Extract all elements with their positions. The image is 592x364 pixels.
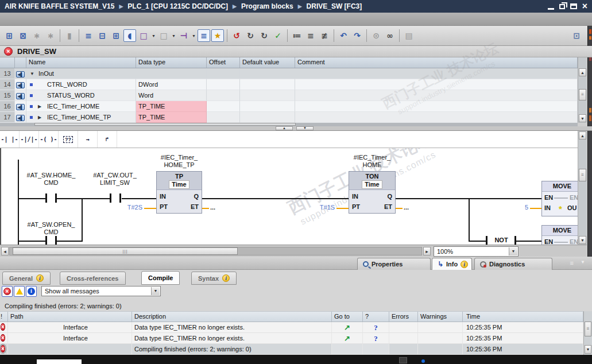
- row-data-type-error[interactable]: TP_TIME: [136, 101, 207, 112]
- scroll-left-icon[interactable]: ◂: [1, 247, 9, 255]
- pin-q[interactable]: Q: [194, 193, 199, 200]
- branch-dropdown-icon[interactable]: ▾: [191, 29, 196, 42]
- splitter-up-icon[interactable]: ▲: [276, 126, 293, 130]
- col-offset[interactable]: Offset: [207, 57, 240, 68]
- col-default-value[interactable]: Default value: [240, 57, 295, 68]
- splitter-down-icon[interactable]: ▼: [296, 126, 314, 130]
- close-branch-icon[interactable]: ↱: [98, 131, 117, 148]
- pin-in[interactable]: IN: [544, 204, 551, 211]
- pin-pt[interactable]: PT: [352, 203, 360, 210]
- monitoring-glasses-icon[interactable]: ∞: [384, 29, 396, 42]
- table-row[interactable]: 16 ▶ IEC_Timer_HOME TP_TIME: [0, 101, 578, 112]
- message-filter-select[interactable]: Show all messages: [41, 286, 161, 296]
- pt-operand-value[interactable]: T#2S: [116, 204, 142, 211]
- goto-next-error-icon[interactable]: ↻: [244, 29, 257, 42]
- timer-instance-label[interactable]: #IEC_Timer_HOME_TP: [142, 154, 216, 169]
- ladder-scrollbar[interactable]: ▲ ≡ ▼: [578, 131, 587, 245]
- row-data-type[interactable]: DWord: [136, 79, 207, 90]
- chevron-down-icon[interactable]: [509, 247, 517, 255]
- tab-properties[interactable]: Properties: [357, 258, 431, 270]
- table-row[interactable]: 17 ▶ IEC_Timer_HOME_TP TP_TIME: [0, 112, 578, 123]
- col-time[interactable]: Time: [463, 312, 583, 322]
- insert-box-icon[interactable]: □: [137, 29, 150, 42]
- contact-icon[interactable]: [45, 236, 47, 245]
- instructions-icon[interactable]: ★: [211, 29, 224, 42]
- data-block-icon[interactable]: ▤: [403, 29, 415, 42]
- goto-arrow-icon[interactable]: ↗: [344, 323, 350, 332]
- scrollbar-thumb[interactable]: |||: [13, 247, 238, 255]
- scrollbar-thumb[interactable]: ≡: [585, 322, 591, 336]
- expand-triangle-icon[interactable]: ▶: [38, 104, 41, 109]
- collapse-triangle-icon[interactable]: ▼: [30, 71, 34, 76]
- row-name[interactable]: CTRL_WORD: [47, 81, 87, 88]
- zoom-select[interactable]: 100%: [434, 246, 519, 257]
- message-description[interactable]: Data type IEC_TIMER no longer exists.: [132, 333, 332, 343]
- not-contact-label[interactable]: NOT: [487, 237, 515, 243]
- minimize-icon[interactable]: [548, 8, 554, 10]
- message-row[interactable]: Interface Data type IEC_TIMER no longer …: [0, 333, 583, 344]
- breadcrumb-block[interactable]: DRIVE_SW [FC3]: [307, 2, 362, 10]
- scroll-down-icon[interactable]: ▼: [585, 345, 591, 354]
- row-data-type[interactable]: [136, 68, 207, 79]
- breadcrumb-project[interactable]: AIR KNIFE BAFFLE SYSTEM_V15: [5, 2, 114, 10]
- tp-timer-block[interactable]: TP Time IN Q PT ET: [156, 171, 202, 214]
- col-goto[interactable]: Go to: [332, 312, 363, 322]
- expand-triangle-icon[interactable]: ▶: [38, 115, 41, 120]
- contact-icon[interactable]: [45, 193, 47, 203]
- empty-box-icon[interactable]: ??: [59, 131, 78, 148]
- contact-icon[interactable]: [110, 193, 111, 203]
- row-name[interactable]: STATUS_WORD: [47, 92, 95, 99]
- scrollbar-thumb[interactable]: [34, 123, 296, 126]
- contact-icon[interactable]: [55, 236, 57, 245]
- goto-arrow-icon[interactable]: ↗: [344, 334, 350, 343]
- message-path[interactable]: Interface: [8, 333, 132, 343]
- pin-out[interactable]: OU: [567, 204, 577, 211]
- close-icon[interactable]: [582, 1, 587, 12]
- pin-eno[interactable]: EN: [570, 238, 578, 245]
- missing-operand-icon[interactable]: *: [559, 204, 562, 214]
- absolute-operands-icon[interactable]: ≔: [291, 29, 303, 42]
- row-name[interactable]: IEC_Timer_HOME_TP: [47, 114, 111, 121]
- contact-icon[interactable]: [514, 236, 516, 245]
- interface-scrollbar[interactable]: ▲ ≡ ▼: [578, 57, 587, 123]
- favorites-toggle-icon[interactable]: ≡: [198, 29, 210, 42]
- subtab-compile[interactable]: Compile: [141, 271, 180, 285]
- collapse-pane-icon[interactable]: ▼: [581, 260, 585, 265]
- pt-operand-value[interactable]: T#1S: [308, 204, 335, 211]
- pin-in[interactable]: IN: [160, 193, 166, 200]
- symbol-information-icon[interactable]: ≡: [304, 29, 317, 42]
- maximize-icon[interactable]: [570, 3, 577, 9]
- col-warnings[interactable]: Warnings: [418, 312, 463, 322]
- add-row-before-icon[interactable]: ∗: [30, 29, 43, 42]
- pane-splitter[interactable]: ▲ ▼: [0, 126, 592, 131]
- filter-warnings-button[interactable]: [14, 286, 25, 297]
- contact-operand[interactable]: #AT_CW.OUT_LIMIT_SW: [78, 172, 152, 187]
- et-operand-value[interactable]: ...: [404, 204, 409, 211]
- hide-symbols-icon[interactable]: ≢: [318, 29, 331, 42]
- row-data-type[interactable]: Word: [136, 90, 207, 101]
- message-row-selected[interactable]: Compiling finished (errors: 2; warnings:…: [0, 344, 583, 355]
- row-data-type-error[interactable]: TP_TIME: [136, 112, 207, 123]
- message-scrollbar[interactable]: ≡ ▼: [583, 311, 592, 355]
- help-icon[interactable]: ?: [374, 323, 378, 332]
- right-task-card-strip[interactable]: [587, 26, 592, 257]
- pane-menu-icon[interactable]: ≡: [570, 260, 574, 266]
- add-row-after-icon[interactable]: ∗: [44, 29, 57, 42]
- col-description[interactable]: Description: [132, 312, 332, 322]
- col-name[interactable]: Name: [26, 57, 136, 68]
- pin-pt[interactable]: PT: [160, 203, 168, 210]
- help-icon[interactable]: ?: [374, 334, 378, 343]
- filter-errors-button[interactable]: [2, 286, 13, 297]
- col-errors[interactable]: Errors: [389, 312, 418, 322]
- insert-row-icon[interactable]: ⊞: [3, 29, 16, 42]
- open-all-networks-icon[interactable]: ⊟: [96, 29, 109, 42]
- nc-contact-icon[interactable]: -|/|-: [20, 131, 39, 148]
- scroll-down-icon[interactable]: ▼: [579, 236, 586, 244]
- jump-next-icon[interactable]: ↷: [351, 29, 363, 42]
- network-list-icon[interactable]: ≡: [82, 29, 95, 42]
- col-severity[interactable]: !: [0, 312, 8, 322]
- row-name[interactable]: InOut: [38, 70, 54, 77]
- breadcrumb-plc[interactable]: PLC_1 [CPU 1215C DC/DC/DC]: [127, 2, 228, 10]
- chevron-down-icon[interactable]: [151, 287, 160, 295]
- cross-reference-icon[interactable]: ⊙: [370, 29, 382, 42]
